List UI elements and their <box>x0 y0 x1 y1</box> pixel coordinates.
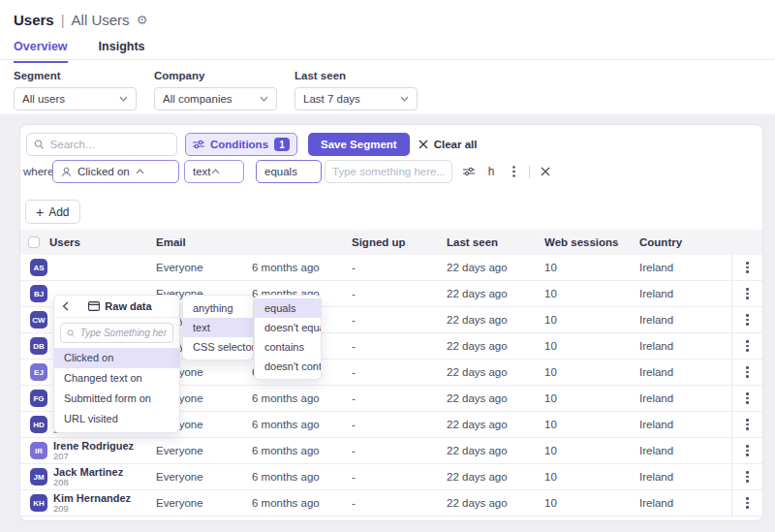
segment-label: Segment <box>14 70 137 81</box>
last-seen-cell: 22 days ago <box>447 471 544 483</box>
event-select[interactable]: Clicked on <box>52 160 179 183</box>
dropdown-option[interactable]: contains <box>255 337 321 357</box>
table-row[interactable]: IR Irene Rodriguez 207 Everyone 6 months… <box>20 438 762 464</box>
search-icon <box>67 329 76 338</box>
web-sessions-cell: 10 <box>544 288 639 299</box>
row-menu-button[interactable] <box>742 467 753 486</box>
avatar: AS <box>30 259 47 276</box>
last-seen-cell: 22 days ago <box>447 392 544 404</box>
condition-settings-icon[interactable] <box>462 165 476 178</box>
condition-value-box <box>325 160 452 183</box>
dropdown-option[interactable]: anything <box>183 298 253 318</box>
avatar: EJ <box>30 363 47 381</box>
company-label: Company <box>154 70 277 81</box>
web-sessions-cell: 10 <box>544 419 639 430</box>
browser-icon <box>88 301 100 311</box>
last-seen-select[interactable]: Last 7 days <box>294 87 418 110</box>
last-seen-cell: 22 days ago <box>447 497 544 509</box>
chevron-down-icon <box>260 96 268 102</box>
row-menu-button[interactable] <box>742 493 753 513</box>
save-segment-button[interactable]: Save Segment <box>308 133 410 156</box>
conditions-count-badge: 1 <box>274 138 290 151</box>
signed-up-cell: - <box>352 419 447 430</box>
actions-cell <box>731 438 762 463</box>
web-sessions-cell: 10 <box>544 471 639 483</box>
content-area: Conditions 1 Save Segment Clear all wher… <box>0 114 775 532</box>
dropdown-option[interactable]: doesn't cont... <box>255 357 321 376</box>
dropdown-option[interactable]: Clicked on <box>54 348 179 368</box>
operator-dropdown-panel: equalsdoesn't equalcontainsdoesn't cont.… <box>254 295 322 380</box>
row-menu-button[interactable] <box>742 310 753 329</box>
filter-group-last-seen: Last seen Last 7 days <box>294 70 418 110</box>
company-select[interactable]: All companies <box>154 87 277 110</box>
header-web-sessions: Web sessions <box>544 236 639 248</box>
dropdown-option[interactable]: Submitted form on <box>54 389 179 409</box>
segment-cell: Everyone <box>156 497 252 509</box>
row-menu-button[interactable] <box>742 336 753 356</box>
dropdown-option[interactable]: doesn't equal <box>255 318 321 337</box>
match-type-select[interactable]: text <box>184 160 244 183</box>
first-seen-cell: 6 months ago <box>252 419 352 430</box>
row-menu-button[interactable] <box>742 284 753 303</box>
dropdown-option[interactable]: text <box>183 318 253 337</box>
page-title: Users | All Users ⚙ <box>14 12 147 28</box>
row-menu-button[interactable] <box>742 258 753 277</box>
settings-gear-icon[interactable]: ⚙ <box>137 14 148 26</box>
table-row[interactable]: KH Kim Hernandez 209 Everyone 6 months a… <box>20 490 762 516</box>
kebab-menu-icon[interactable] <box>507 165 520 178</box>
page-title-sub: All Users <box>72 12 130 28</box>
header-last-seen: Last seen <box>447 236 544 248</box>
select-all-checkbox[interactable] <box>28 236 40 248</box>
first-seen-cell: 6 months ago <box>252 445 352 456</box>
row-menu-button[interactable] <box>742 415 753 434</box>
remove-condition-icon[interactable] <box>539 165 552 178</box>
condition-row-actions: h <box>462 165 552 178</box>
dropdown-option[interactable]: URL visited <box>54 409 179 429</box>
icon-divider <box>529 166 530 178</box>
add-condition-button[interactable]: + Add <box>25 200 80 224</box>
event-dropdown-panel: Raw data Clicked onChanged text onSubmit… <box>53 295 180 433</box>
web-sessions-cell: 10 <box>544 340 639 352</box>
signed-up-cell: - <box>352 471 447 483</box>
actions-cell <box>731 307 762 332</box>
search-icon <box>34 139 45 150</box>
avatar: CW <box>30 311 47 329</box>
clear-all-button[interactable]: Clear all <box>418 133 478 156</box>
plus-icon: + <box>36 204 44 220</box>
country-cell: Ireland <box>639 314 731 326</box>
event-dropdown-search-input[interactable] <box>80 328 167 338</box>
table-row[interactable]: JM Jack Martinez 208 Everyone 6 months a… <box>20 464 762 490</box>
segment-select-value: All users <box>22 93 119 105</box>
close-icon <box>418 140 428 149</box>
country-cell: Ireland <box>639 445 731 456</box>
web-sessions-cell: 10 <box>544 262 639 273</box>
match-type-value: text <box>193 166 211 177</box>
dropdown-option[interactable]: Changed text on <box>54 368 179 389</box>
dropdown-option[interactable]: CSS selector <box>183 337 253 357</box>
last-seen-cell: 22 days ago <box>447 445 544 456</box>
actions-cell <box>731 464 762 489</box>
dropdown-option[interactable]: equals <box>255 298 321 318</box>
operator-select[interactable]: equals <box>256 160 322 183</box>
operator-value: equals <box>264 166 297 177</box>
event-select-value: Clicked on <box>78 166 130 177</box>
last-seen-cell: 22 days ago <box>447 314 544 326</box>
search-input[interactable] <box>50 139 170 150</box>
avatar: IR <box>30 442 47 459</box>
avatar: DB <box>30 337 47 355</box>
users-page: Users | All Users ⚙ Overview Insights Se… <box>0 0 775 532</box>
row-menu-button[interactable] <box>742 389 753 408</box>
row-menu-button[interactable] <box>742 362 753 382</box>
segment-select[interactable]: All users <box>14 87 137 110</box>
last-seen-cell: 22 days ago <box>447 366 544 378</box>
condition-value-input[interactable] <box>332 166 445 177</box>
web-sessions-cell: 10 <box>544 392 639 404</box>
table-row[interactable]: AS Everyone 6 months ago - 22 days ago 1… <box>20 255 762 281</box>
actions-cell <box>731 412 762 437</box>
signed-up-cell: - <box>352 314 447 326</box>
conditions-button[interactable]: Conditions 1 <box>185 133 297 156</box>
hierarchy-icon[interactable]: h <box>484 165 498 178</box>
web-sessions-cell: 10 <box>544 445 639 456</box>
back-chevron-icon[interactable] <box>62 301 69 311</box>
row-menu-button[interactable] <box>742 441 753 460</box>
